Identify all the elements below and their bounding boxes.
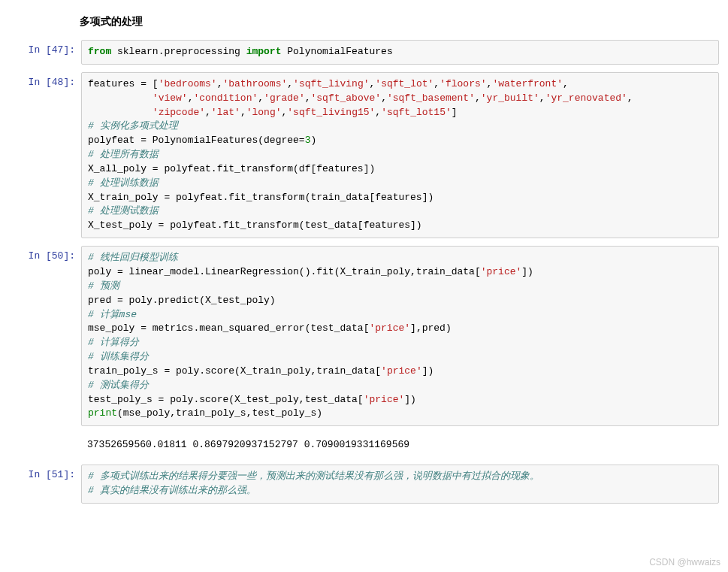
code-input[interactable]: features = ['bedrooms','bathrooms','sqft…: [81, 72, 719, 238]
code-cell-51: In [51]: # 多项式训练出来的结果得分要强一些，预测出来的测试结果没有那…: [0, 465, 728, 504]
notebook: 多项式的处理 In [47]: from sklearn.preprocessi…: [0, 0, 728, 504]
output-cell-50: . 37352659560.01811 0.8697920937152797 0…: [0, 434, 728, 457]
code-input[interactable]: # 多项式训练出来的结果得分要强一些，预测出来的测试结果没有那么强，说明数据中有…: [81, 465, 719, 504]
section-heading: 多项式的处理: [0, 0, 728, 40]
prompt-empty: .: [0, 434, 81, 457]
code-input[interactable]: from sklearn.preprocessing import Polyno…: [81, 40, 719, 65]
code-input[interactable]: # 线性回归模型训练 poly = linear_model.LinearReg…: [81, 246, 719, 426]
code-cell-47: In [47]: from sklearn.preprocessing impo…: [0, 40, 728, 65]
code-cell-50: In [50]: # 线性回归模型训练 poly = linear_model.…: [0, 246, 728, 426]
code-output: 37352659560.01811 0.8697920937152797 0.7…: [81, 434, 719, 457]
prompt-label: In [50]:: [0, 246, 81, 426]
code-cell-48: In [48]: features = ['bedrooms','bathroo…: [0, 72, 728, 238]
prompt-label: In [51]:: [0, 465, 81, 504]
prompt-label: In [47]:: [0, 40, 81, 65]
prompt-label: In [48]:: [0, 72, 81, 238]
